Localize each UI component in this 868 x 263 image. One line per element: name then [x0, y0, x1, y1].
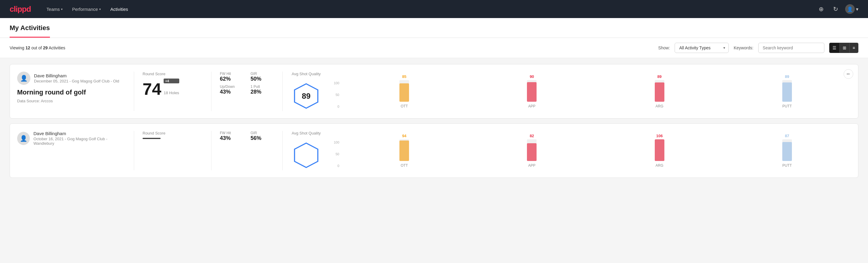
stats-section-0: FW Hit 62% GIR 50% Up/Down 43% 1 Putt 28… [220, 71, 274, 95]
gir-1: GIR 56% [251, 131, 274, 141]
refresh-icon[interactable]: ↻ [831, 4, 840, 14]
user-info-1: Dave Billingham October 16, 2021 - Gog M… [33, 131, 125, 146]
bar-putt-wrapper-0 [782, 80, 792, 102]
bar-app-value-0: 90 [530, 74, 534, 79]
nav-teams-chevron: ▾ [61, 7, 63, 11]
grid-view-button[interactable]: ⊞ [839, 43, 849, 53]
hex-value-0: 89 [302, 91, 311, 101]
keywords-label: Keywords: [734, 46, 753, 50]
bar-putt-value-0: 89 [785, 74, 789, 79]
grid-view-icon: ⊞ [843, 46, 846, 50]
card-user-1: 👤 Dave Billingham October 16, 2021 - Gog… [17, 131, 125, 146]
hexagon-1 [291, 140, 321, 170]
fw-hit-label-0: FW Hit [220, 71, 243, 76]
bar-chart-0: 100 50 0 85 OTT 90 [331, 74, 851, 108]
activity-card-0: ✏ 👤 Dave Billingham December 05, 2021 - … [10, 64, 858, 119]
viewing-count: 12 [26, 46, 30, 50]
gir-label-0: GIR [251, 71, 274, 76]
user-name-0: Dave Billingham [34, 73, 119, 78]
bar-app-wrapper-1 [527, 139, 536, 161]
bar-arg-value-1: 106 [656, 134, 663, 138]
nav-teams[interactable]: Teams ▾ [43, 4, 66, 14]
y-axis-1: 100 50 0 [331, 141, 339, 168]
bar-putt-label-0: PUTT [782, 104, 792, 108]
nav-activities[interactable]: Activities [107, 4, 132, 14]
y-axis-0: 100 50 0 [331, 81, 339, 108]
bar-putt-label-1: PUTT [782, 164, 792, 168]
filter-right: Show: All Activity Types ▾ Keywords: ☰ ⊞… [658, 43, 858, 53]
stats-section-1: FW Hit 43% GIR 56% [220, 131, 274, 141]
bar-app-wrapper-0 [527, 80, 536, 102]
bar-app-0: 90 APP [468, 74, 595, 108]
bar-app-fill-0 [527, 82, 536, 102]
card-left-1: 👤 Dave Billingham October 16, 2021 - Gog… [17, 131, 125, 149]
gir-value-1: 56% [251, 135, 274, 141]
bar-putt-1: 87 PUTT [723, 134, 851, 168]
score-placeholder-1 [143, 138, 161, 139]
nav-performance-label: Performance [72, 7, 98, 12]
bar-ott-value-0: 85 [402, 74, 406, 79]
bar-arg-wrapper-1 [655, 139, 664, 161]
search-input[interactable] [758, 43, 825, 53]
hexagon-svg-1 [292, 142, 320, 169]
activity-type-dropdown-wrapper: All Activity Types ▾ [675, 43, 729, 53]
bar-arg-fill-1 [655, 139, 664, 161]
divider-4 [134, 131, 134, 170]
score-section-1: Round Score [143, 131, 203, 139]
user-name-1: Dave Billingham [33, 131, 125, 136]
add-icon[interactable]: ⊕ [816, 4, 826, 14]
score-badge-0: +4 [164, 79, 179, 83]
show-label: Show: [658, 46, 670, 50]
card-left-0: 👤 Dave Billingham December 05, 2021 - Go… [17, 71, 125, 103]
page-title: My Activities [10, 18, 50, 38]
fw-hit-value-1: 43% [220, 135, 243, 141]
edit-button-0[interactable]: ✏ [844, 69, 853, 79]
bar-putt-fill-0 [782, 83, 792, 102]
gir-label-1: GIR [251, 131, 274, 135]
viewing-text: Viewing 12 out of 29 Activities [10, 46, 652, 50]
user-avatar-0: 👤 [17, 71, 30, 85]
quality-section-0: Avg Shot Quality 89 100 50 0 [291, 71, 851, 111]
main-nav: Teams ▾ Performance ▾ Activities [43, 4, 132, 14]
bar-arg-wrapper-0 [655, 80, 664, 102]
bar-arg-label-1: ARG [656, 164, 663, 168]
header-left: clippd Teams ▾ Performance ▾ Activities [10, 4, 132, 14]
nav-performance[interactable]: Performance ▾ [69, 4, 104, 14]
card-user-0: 👤 Dave Billingham December 05, 2021 - Go… [17, 71, 125, 85]
divider-1 [134, 71, 134, 111]
user-avatar-button[interactable]: 👤 ▾ [845, 4, 858, 14]
activity-type-dropdown[interactable]: All Activity Types [675, 43, 729, 53]
fw-hit-0: FW Hit 62% [220, 71, 243, 82]
filter-bar: Viewing 12 out of 29 Activities Show: Al… [0, 38, 868, 58]
bars-container-0: 100 50 0 85 OTT 90 [331, 74, 851, 108]
round-score-label-1: Round Score [143, 131, 203, 136]
avatar: 👤 [845, 4, 855, 14]
nav-activities-label: Activities [111, 7, 128, 12]
bar-app-1: 82 APP [468, 134, 595, 168]
bar-putt-value-1: 87 [785, 134, 789, 138]
bar-app-label-1: APP [528, 164, 535, 168]
data-source-0: Data Source: Arccos [17, 99, 125, 103]
divider-6 [282, 131, 283, 170]
bar-arg-value-0: 89 [657, 74, 661, 79]
round-score-label-0: Round Score [143, 71, 203, 76]
bar-ott-wrapper-0 [399, 80, 409, 102]
compact-view-icon: ≡ [852, 46, 855, 50]
logo[interactable]: clippd [10, 4, 31, 14]
score-row-0: 74 +4 18 Holes [143, 79, 203, 97]
bar-chart-1: 100 50 0 94 OTT 82 [331, 134, 851, 168]
bar-ott-value-1: 94 [402, 134, 406, 138]
bar-ott-wrapper-1 [399, 139, 409, 161]
app-header: clippd Teams ▾ Performance ▾ Activities … [0, 0, 868, 18]
svg-marker-1 [294, 143, 318, 168]
score-holes-0: 18 Holes [164, 91, 179, 95]
nav-performance-chevron: ▾ [99, 7, 101, 11]
avg-shot-label-1: Avg Shot Quality [292, 131, 321, 136]
bar-putt-wrapper-1 [782, 139, 792, 161]
gir-value-0: 50% [251, 76, 274, 82]
list-view-button[interactable]: ☰ [830, 43, 839, 53]
score-section-0: Round Score 74 +4 18 Holes [143, 71, 203, 97]
activity-title-0: Morning round of golf [17, 88, 125, 96]
updown-label-0: Up/Down [220, 85, 243, 89]
compact-view-button[interactable]: ≡ [849, 43, 858, 53]
